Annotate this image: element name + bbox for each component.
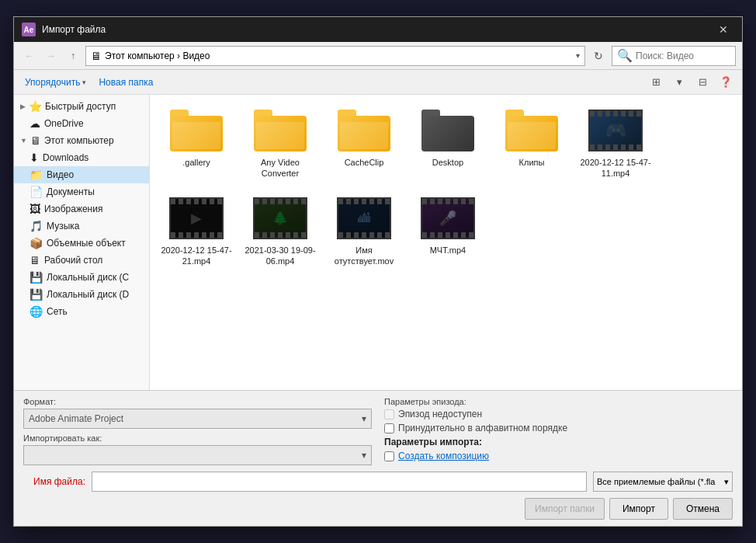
this-pc-chevron: ▼	[20, 137, 27, 144]
main-area: ▶ ⭐ Быстрый доступ ☁ OneDrive ▼ 🖥 Этот к…	[14, 95, 742, 390]
documents-icon: 📄	[29, 186, 43, 198]
action-row: Импорт папки Импорт Отмена	[23, 498, 733, 520]
import-folder-button[interactable]: Импорт папки	[525, 498, 605, 520]
3d-objects-icon: 📦	[29, 237, 43, 249]
file-area: .gallery Any Video Converter	[150, 95, 742, 390]
video-1-icon: 🎮	[588, 107, 643, 154]
alphabet-order-checkbox[interactable]	[384, 423, 394, 433]
desktop-label: Рабочий стол	[44, 255, 102, 266]
file-type-dropdown-icon: ▾	[724, 477, 729, 487]
sidebar-section-this-pc[interactable]: ▼ 🖥 Этот компьютер	[14, 132, 149, 149]
drive-d-icon: 💾	[29, 288, 43, 301]
sidebar-item-images[interactable]: 🖼 Изображения	[14, 200, 149, 218]
video-folder-icon: 📁	[29, 169, 43, 181]
address-bar[interactable]: 🖥 Этот компьютер › Видео ▾	[85, 46, 585, 66]
drive-c-label: Локальный диск (C	[47, 272, 129, 283]
format-dropdown[interactable]: Adobe Animate Project ▾	[23, 409, 372, 429]
cancel-button[interactable]: Отмена	[673, 498, 733, 520]
sidebar-item-network[interactable]: 🌐 Сеть	[14, 303, 149, 320]
clips-label: Клипы	[519, 157, 545, 168]
video-3-label: 2021-03-30 19-09-06.mp4	[244, 245, 316, 267]
file-item-video-2[interactable]: ▶ 2020-12-12 15-47-21.mp4	[158, 190, 235, 272]
create-composition-label[interactable]: Создать композицию	[398, 451, 489, 461]
sidebar-item-video[interactable]: 📁 Видео	[14, 166, 149, 183]
import-button[interactable]: Импорт	[609, 498, 668, 520]
video-4-icon: 🏙	[337, 195, 391, 242]
back-button[interactable]: ←	[20, 47, 39, 65]
episode-params-label: Параметры эпизода:	[384, 397, 733, 406]
drive-c-icon: 💾	[29, 271, 43, 284]
gallery-folder-icon	[169, 107, 224, 154]
cacheclip-icon	[337, 107, 391, 154]
bottom-panel: Формат: Adobe Animate Project ▾ Импортир…	[14, 390, 742, 526]
search-input[interactable]	[636, 50, 752, 61]
video-5-label: МЧТ.mp4	[430, 245, 466, 256]
forward-button[interactable]: →	[42, 47, 61, 65]
cacheclip-label: CacheClip	[345, 157, 384, 168]
address-dropdown-icon[interactable]: ▾	[576, 51, 580, 60]
video-2-label: 2020-12-12 15-47-21.mp4	[161, 245, 232, 267]
quick-access-icon: ⭐	[29, 100, 42, 113]
file-item-video-5[interactable]: 🎤 МЧТ.mp4	[409, 190, 487, 272]
alphabet-order-row: Принудительно в алфавитном порядке	[384, 423, 733, 433]
address-path: Этот компьютер › Видео	[105, 50, 573, 61]
sidebar-item-music[interactable]: 🎵 Музыка	[14, 218, 149, 235]
view-dropdown-button[interactable]: ▾	[669, 72, 689, 92]
network-label: Сеть	[47, 306, 68, 317]
3d-objects-label: Объемные объект	[47, 238, 126, 249]
downloads-label: Downloads	[43, 152, 88, 163]
format-dropdown-icon: ▾	[362, 413, 366, 424]
file-name-input[interactable]	[92, 472, 587, 492]
navigation-bar: ← → ↑ 🖥 Этот компьютер › Видео ▾ ↻ 🔍	[14, 42, 742, 70]
file-item-desktop-folder[interactable]: Desktop	[409, 103, 487, 184]
sidebar-item-drive-c[interactable]: 💾 Локальный диск (C	[14, 269, 149, 286]
file-item-clips[interactable]: Клипы	[493, 103, 570, 184]
view-large-icons-button[interactable]: ⊞	[646, 72, 666, 92]
organize-button[interactable]: Упорядочить ▾	[20, 72, 91, 92]
dialog-title: Импорт файла	[42, 24, 706, 35]
documents-label: Документы	[47, 186, 95, 197]
up-button[interactable]: ↑	[64, 47, 82, 65]
file-item-any-video-converter[interactable]: Any Video Converter	[241, 103, 319, 184]
create-composition-checkbox[interactable]	[384, 451, 394, 461]
file-name-row: Имя файла: Все приемлемые файлы (*.fla ▾	[23, 472, 733, 492]
close-button[interactable]: ✕	[713, 21, 734, 38]
quick-access-label: Быстрый доступ	[45, 101, 116, 112]
import-params-label: Параметры импорта:	[384, 437, 733, 447]
import-as-dropdown[interactable]: ▾	[23, 445, 372, 465]
episode-unavailable-checkbox[interactable]	[384, 409, 394, 419]
create-composition-row: Создать композицию	[384, 451, 733, 461]
network-icon: 🌐	[29, 305, 43, 318]
sidebar-item-downloads[interactable]: ⬇ Downloads	[14, 149, 149, 166]
organize-arrow-icon: ▾	[82, 78, 86, 86]
sidebar-item-documents[interactable]: 📄 Документы	[14, 183, 149, 200]
file-name-label: Имя файла:	[23, 476, 85, 487]
format-row: Формат: Adobe Animate Project ▾ Импортир…	[23, 397, 733, 465]
file-item-video-1[interactable]: 🎮 2020-12-12 15-47-11.mp4	[577, 103, 654, 184]
refresh-button[interactable]: ↻	[588, 46, 609, 66]
file-type-dropdown[interactable]: Все приемлемые файлы (*.fla ▾	[593, 472, 733, 492]
clips-folder-icon	[505, 107, 559, 154]
search-box: 🔍	[612, 46, 736, 66]
import-as-label: Импортировать как:	[23, 433, 372, 443]
file-item-cacheclip[interactable]: CacheClip	[325, 103, 403, 184]
sidebar-item-3d-objects[interactable]: 📦 Объемные объект	[14, 235, 149, 252]
file-item-video-3[interactable]: 🌲 2021-03-30 19-09-06.mp4	[241, 190, 319, 272]
gallery-label: .gallery	[182, 157, 210, 168]
sidebar-section-quick-access[interactable]: ▶ ⭐ Быстрый доступ	[14, 98, 149, 115]
file-item-gallery[interactable]: .gallery	[158, 103, 235, 184]
sidebar-item-onedrive[interactable]: ☁ OneDrive	[14, 115, 149, 132]
search-icon: 🔍	[617, 48, 633, 63]
file-item-video-4[interactable]: 🏙 Имя отутствует.mov	[325, 190, 403, 272]
new-folder-label: Новая папка	[99, 77, 153, 88]
preview-pane-button[interactable]: ⊟	[692, 72, 713, 92]
sidebar-item-drive-d[interactable]: 💾 Локальный диск (D	[14, 286, 149, 303]
help-button[interactable]: ❓	[716, 72, 736, 92]
new-folder-button[interactable]: Новая папка	[94, 72, 158, 92]
sidebar-item-desktop[interactable]: 🖥 Рабочий стол	[14, 252, 149, 269]
desktop-icon: 🖥	[29, 254, 40, 266]
onedrive-icon: ☁	[29, 117, 40, 130]
import-dialog: Ae Импорт файла ✕ ← → ↑ 🖥 Этот компьютер…	[13, 16, 743, 527]
title-bar: Ae Импорт файла ✕	[14, 17, 742, 42]
desktop-folder-icon	[421, 107, 475, 154]
